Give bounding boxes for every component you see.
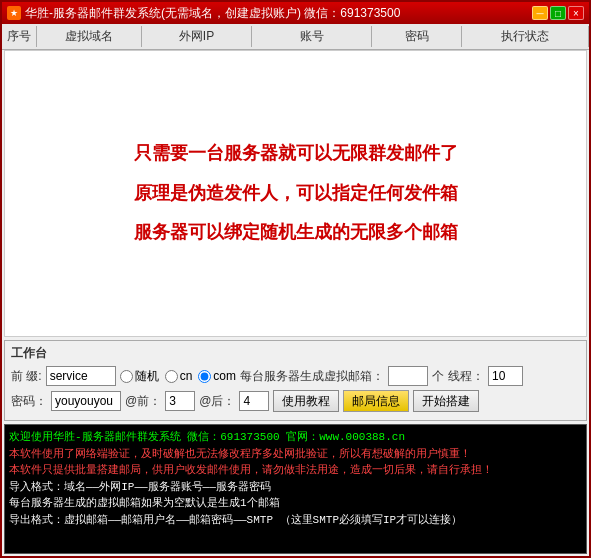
col-header-seq: 序号: [2, 26, 37, 47]
at-before-label: @前：: [125, 393, 161, 410]
thread-label: 线程：: [448, 368, 484, 385]
start-button[interactable]: 开始搭建: [413, 390, 479, 412]
radio-com-label: com: [213, 369, 236, 383]
col-header-domain: 虚拟域名: [37, 26, 142, 47]
log-line-4: 每台服务器生成的虚拟邮箱如果为空默认是生成1个邮箱: [9, 495, 582, 512]
title-bar-left: ★ 华胜-服务器邮件群发系统(无需域名，创建虚拟账户) 微信：691373500: [7, 5, 400, 22]
window-title: 华胜-服务器邮件群发系统(无需域名，创建虚拟账户) 微信：691373500: [25, 5, 400, 22]
maximize-button[interactable]: □: [550, 6, 566, 20]
log-line-1: 本软件使用了网络端验证，及时破解也无法修改程序多处网批验证，所以有想破解的用户慎…: [9, 446, 582, 463]
at-before-input[interactable]: [165, 391, 195, 411]
prefix-label: 前 缀:: [11, 368, 42, 385]
radio-com-input[interactable]: [198, 370, 211, 383]
col-header-status: 执行状态: [462, 26, 589, 47]
workbench-title: 工作台: [11, 345, 580, 362]
main-window: ★ 华胜-服务器邮件群发系统(无需域名，创建虚拟账户) 微信：691373500…: [0, 0, 591, 558]
log-line-3: 导入格式：域名——外网IP——服务器账号——服务器密码: [9, 479, 582, 496]
close-button[interactable]: ×: [568, 6, 584, 20]
prefix-input[interactable]: [46, 366, 116, 386]
radio-random-input[interactable]: [120, 370, 133, 383]
table-header: 序号 虚拟域名 外网IP 账号 密码 执行状态: [2, 24, 589, 50]
log-line-2: 本软件只提供批量搭建邮局，供用户收发邮件使用，请勿做非法用途，造成一切后果，请自…: [9, 462, 582, 479]
title-bar: ★ 华胜-服务器邮件群发系统(无需域名，创建虚拟账户) 微信：691373500…: [2, 2, 589, 24]
password-input[interactable]: [51, 391, 121, 411]
radio-random-label: 随机: [135, 368, 159, 385]
radio-group: 随机 cn com: [120, 368, 236, 385]
log-line-0: 欢迎使用华胜-服务器邮件群发系统 微信：691373500 官网：www.000…: [9, 429, 582, 446]
promo-text: 只需要一台服务器就可以无限群发邮件了 原理是伪造发件人，可以指定任何发件箱 服务…: [134, 134, 458, 253]
workbench-row-2: 密码： @前： @后： 使用教程 邮局信息 开始搭建: [11, 390, 580, 412]
count-unit: 个: [432, 368, 444, 385]
radio-com[interactable]: com: [198, 369, 236, 383]
mailbox-count-input[interactable]: [388, 366, 428, 386]
col-header-ip: 外网IP: [142, 26, 252, 47]
minimize-button[interactable]: ─: [532, 6, 548, 20]
radio-cn-label: cn: [180, 369, 193, 383]
promo-line-1: 只需要一台服务器就可以无限群发邮件了: [134, 134, 458, 174]
radio-random[interactable]: 随机: [120, 368, 159, 385]
log-area: 欢迎使用华胜-服务器邮件群发系统 微信：691373500 官网：www.000…: [4, 424, 587, 554]
mailbox-info-button[interactable]: 邮局信息: [343, 390, 409, 412]
workbench-row-1: 前 缀: 随机 cn com 每台服务器生成虚拟邮箱： 个 线程：: [11, 366, 580, 386]
app-icon: ★: [7, 6, 21, 20]
tutorial-button[interactable]: 使用教程: [273, 390, 339, 412]
promo-line-3: 服务器可以绑定随机生成的无限多个邮箱: [134, 213, 458, 253]
window-controls: ─ □ ×: [532, 6, 584, 20]
radio-cn[interactable]: cn: [165, 369, 193, 383]
virtual-mailbox-label: 每台服务器生成虚拟邮箱：: [240, 368, 384, 385]
at-after-input[interactable]: [239, 391, 269, 411]
log-line-5: 导出格式：虚拟邮箱——邮箱用户名——邮箱密码——SMTP （这里SMTP必须填写…: [9, 512, 582, 529]
thread-input[interactable]: [488, 366, 523, 386]
promo-line-2: 原理是伪造发件人，可以指定任何发件箱: [134, 174, 458, 214]
main-content-area: 只需要一台服务器就可以无限群发邮件了 原理是伪造发件人，可以指定任何发件箱 服务…: [4, 50, 587, 337]
radio-cn-input[interactable]: [165, 370, 178, 383]
at-after-label: @后：: [199, 393, 235, 410]
col-header-account: 账号: [252, 26, 372, 47]
col-header-password: 密码: [372, 26, 462, 47]
password-label: 密码：: [11, 393, 47, 410]
workbench-panel: 工作台 前 缀: 随机 cn com 每台服务器生成虚拟邮箱：: [4, 340, 587, 421]
